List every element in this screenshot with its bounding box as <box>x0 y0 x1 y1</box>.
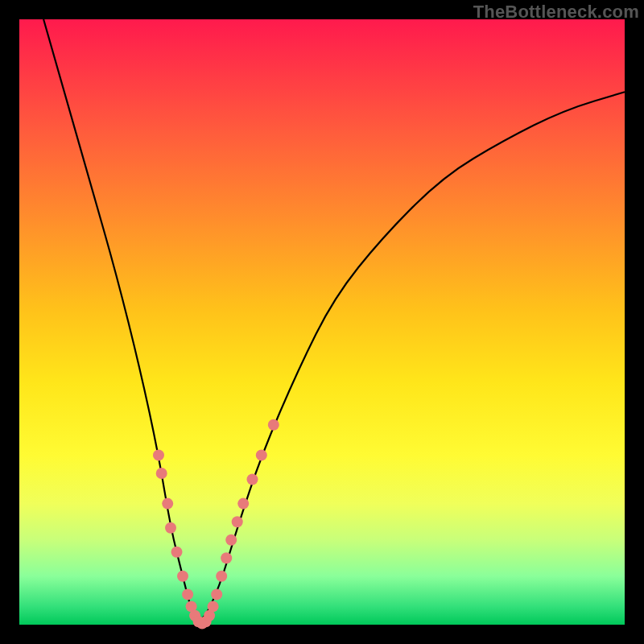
sample-dot <box>232 516 243 527</box>
sample-dot <box>268 419 279 431</box>
sample-dot <box>177 571 188 582</box>
watermark-text: TheBottleneck.com <box>473 2 639 23</box>
sample-dot <box>208 601 219 612</box>
sample-dot <box>216 571 227 582</box>
sample-dot <box>221 552 232 564</box>
sample-dot <box>165 522 176 534</box>
plot-area <box>19 19 625 625</box>
sample-dot <box>247 474 258 485</box>
sample-dot <box>156 468 167 479</box>
sample-dot <box>182 588 193 600</box>
bottleneck-curve <box>19 19 625 625</box>
sample-dot <box>211 588 222 600</box>
sample-dot <box>153 449 164 460</box>
sample-dot <box>256 449 267 460</box>
sample-dot <box>225 535 237 546</box>
sample-dot <box>171 547 183 558</box>
sample-dot <box>237 498 249 510</box>
sample-dot <box>162 498 173 510</box>
